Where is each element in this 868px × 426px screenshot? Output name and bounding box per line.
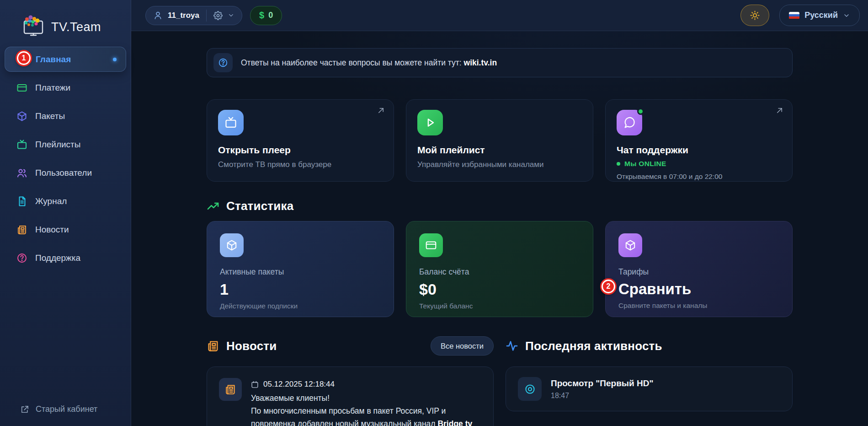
card-title: Чат поддержки [617,145,781,156]
arrow-up-right-icon [775,106,784,115]
activity-title: Просмотр "Первый HD" [551,378,653,388]
user-menu[interactable]: 11_troya [145,6,242,25]
faq-banner: Ответы на наиболее частые вопросы вы мож… [207,48,793,77]
newspaper-icon [16,224,27,235]
faq-wiki-link: wiki.tv.in [464,58,497,67]
news-date: 05.12.2025 12:18:44 [263,378,335,391]
username: 11_troya [168,11,199,20]
old-cabinet-link[interactable]: Старый кабинет [20,404,97,414]
annotation-badge-1: 1 [17,51,31,65]
activity-time: 18:47 [551,392,653,400]
online-status-label: Мы ONLINE [624,160,666,168]
trending-up-icon [207,200,219,213]
sidebar-item-news[interactable]: Новости [5,216,126,244]
chevron-down-icon [228,12,234,19]
sidebar-item-packages[interactable]: Пакеты [5,102,126,130]
support-hours: Открываемся в 07:00 и до 22:00 [617,173,781,181]
play-icon [417,110,443,135]
tv-icon [16,139,27,150]
activity-section: Последняя активность Просмотр "Первый HD… [506,336,793,426]
my-playlist-card[interactable]: Мой плейлист Управляйте избранными канал… [406,99,593,182]
tv-team-logo-icon [20,15,47,39]
sidebar-item-journal[interactable]: Журнал [5,187,126,216]
tv-icon [218,110,244,135]
theme-toggle-button[interactable] [740,5,769,26]
sidebar-item-label: Журнал [35,196,67,206]
card-subtitle: Смотрите ТВ прямо в браузере [218,160,383,169]
news-header: Новости Все новости [207,336,494,356]
bottom-row: Новости Все новости 05.12.20 [207,336,793,426]
balance-chip[interactable]: $ 0 [250,6,282,25]
stat-label: Активные пакеты [220,267,381,277]
help-circle-icon [16,253,27,264]
newspaper-icon [207,340,219,352]
package-icon [220,233,244,257]
card-subtitle: Управляйте избранными каналами [417,160,582,169]
russia-flag-icon [789,12,799,19]
language-label: Русский [804,11,838,20]
sidebar-nav: Главная Платежи Пакеты Плейлисты Поль [0,44,131,272]
sidebar-item-payments[interactable]: Платежи [5,74,126,102]
eye-icon [518,377,542,401]
sidebar-item-users[interactable]: Пользователи [5,159,126,187]
calendar-icon [251,381,259,388]
news-card[interactable]: 05.12.2025 12:18:44 Уважаемые клиенты! П… [207,367,494,426]
arrow-up-right-icon [377,106,385,115]
active-indicator-dot [113,58,117,61]
balance-amount: 0 [268,11,273,20]
stat-label: Тарифы [618,267,779,277]
activity-header: Последняя активность [506,336,793,356]
annotation-badge-2: 2 [602,280,615,293]
question-circle-icon [213,53,233,72]
gear-icon[interactable] [213,11,223,20]
sidebar-item-label: Пакеты [35,111,65,121]
language-selector[interactable]: Русский [779,5,860,26]
stats-row: Активные пакеты 1 Действующие подписки Б… [207,221,793,317]
pill-divider [206,10,207,22]
credit-card-icon [16,82,27,93]
document-icon [16,196,27,207]
stat-sublabel: Действующие подписки [220,302,381,310]
active-packages-stat-card[interactable]: Активные пакеты 1 Действующие подписки [207,221,394,317]
stat-label: Баланс счёта [419,267,580,277]
activity-item: Просмотр "Первый HD" 18:47 [506,367,793,411]
sidebar-item-label: Плейлисты [35,140,80,150]
news-section: Новости Все новости 05.12.20 [207,336,494,426]
brand-name: TV.Team [51,20,101,34]
all-news-button[interactable]: Все новости [431,336,494,356]
sidebar-item-label: Поддержка [35,253,80,263]
news-text: По многочисленным просьбам в пакет Росси… [251,406,446,426]
open-player-card[interactable]: Открыть плеер Смотрите ТВ прямо в браузе… [207,99,394,182]
section-title: Новости [226,339,277,353]
sidebar-item-label: Пользователи [35,168,92,178]
sidebar-item-support[interactable]: Поддержка [5,244,126,272]
card-title: Мой плейлист [417,145,582,156]
package-icon [16,111,27,122]
section-title: Последняя активность [525,339,662,353]
tariffs-compare-card[interactable]: Тарифы Сравнить Сравните пакеты и каналы [605,221,793,317]
topbar: 11_troya $ 0 Русский [131,0,868,31]
stat-sublabel: Текущий баланс [419,302,580,310]
sidebar-item-label: Платежи [35,83,70,93]
stat-value: 1 [220,280,381,298]
stat-sublabel: Сравните пакеты и каналы [618,302,779,310]
sidebar-item-label: Главная [36,54,71,65]
faq-banner-text: Ответы на наиболее частые вопросы вы мож… [241,58,497,68]
sidebar-item-playlists[interactable]: Плейлисты [5,130,126,159]
user-icon [153,11,163,20]
users-icon [16,167,27,178]
action-cards-row: Открыть плеер Смотрите ТВ прямо в браузе… [207,99,793,182]
compare-link[interactable]: Сравнить [618,280,779,298]
main-content: Ответы на наиболее частые вопросы вы мож… [131,31,868,426]
section-title: Статистика [226,199,293,213]
newspaper-icon [219,378,242,401]
package-icon [618,233,642,257]
old-cabinet-label: Старый кабинет [36,404,97,414]
brand-logo[interactable]: TV.Team [0,0,131,44]
sidebar-item-label: Новости [35,225,69,235]
stat-value: $0 [419,280,580,298]
chevron-down-icon [843,12,850,19]
balance-stat-card[interactable]: Баланс счёта $0 Текущий баланс [406,221,593,317]
support-chat-card[interactable]: Чат поддержки Мы ONLINE Открываемся в 07… [605,99,793,182]
green-dot-icon [617,162,620,166]
